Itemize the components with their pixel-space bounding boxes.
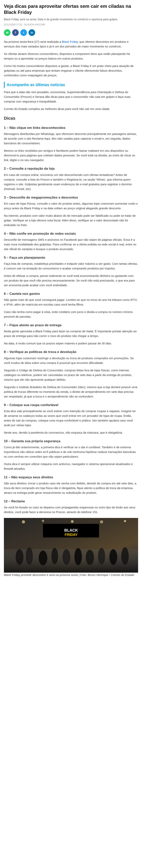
tip3-heading: 3 – Desconfie de megapromoções e descont… [4,195,138,200]
tip10-body-1: Como já dito anteriormente, a primeira d… [4,445,138,459]
tip1-heading: 1 – Não clique em links desconhecidos [4,125,138,130]
tip5-body-1: Faça lista de compras, estabeleça priori… [4,261,138,271]
svg-point-12 [121,547,129,565]
tip2-body: Em caso de compra online, encontrou um s… [4,173,138,191]
tip7-body-2: Na data, é muito comum que os prazos sej… [4,341,138,346]
intro-paragraph-3: Como há muitos consumidores dispostos a … [4,64,138,78]
tip11-heading: 11 – Não esqueça seus direitos [4,475,138,480]
svg-point-5 [39,551,47,565]
tip10-heading: 10 – Garanta sua própria segurança [4,438,138,444]
svg-text:BLACK: BLACK [64,528,78,532]
svg-point-19 [100,520,103,523]
svg-point-17 [42,520,44,522]
tip8-body-1: Algumas lojas costumam restringir a devo… [4,356,138,365]
tip6-body-1: Não gaste mais do que você conseguirá pa… [4,298,138,307]
tip3-body-1: Em caso de lojas físicas, consulte o val… [4,201,138,211]
article-title: Veja dicas para aproveitar ofertas sem c… [4,3,138,15]
article-image: BLACK FRIDAY [4,518,138,572]
intro-paragraph-4: Para que a data não vire pesadelo, econo… [4,90,138,104]
tip9-body-1: Esta dica vale principalmente se você es… [4,409,138,428]
svg-point-8 [75,548,82,565]
tip10-body-2: Outra dica é sempre utilizar máquina com… [4,462,138,471]
tip12-heading: 12 – Reclame [4,499,138,504]
linkedin-share-button[interactable]: in [29,29,35,36]
intro-paragraph-2: As ofertas atraem diversos consumidores,… [4,52,138,61]
tip8-body-3: Segundo o Instituto Brasileiro de Defesa… [4,385,138,399]
article-meta: 21/11/2020 17:02 · GLAUCIA VACCARI [4,23,138,27]
svg-point-11 [109,549,117,565]
tip9-heading: 9 – Coloque sua roupa confortável [4,402,138,408]
tip8-heading: 8 – Verifique as políticas de troca e de… [4,349,138,354]
facebook-share-button[interactable]: f [12,29,19,36]
tip2-heading: 2 – Consulte a reputação da loja [4,166,138,171]
tip6-heading: 6 – Cautela nos gastos [4,291,138,297]
article-image-container: BLACK FRIDAY Black Friday promete descon… [4,518,138,577]
svg-text:FRIDAY: FRIDAY [65,533,77,537]
tip8-body-2: Segundo o Código de Defesa do Consumidor… [4,368,138,382]
image-caption: Black Friday promete descontos e será na… [4,572,138,577]
tip6-body-2: Caso não tenha como pagar à vista, evite… [4,310,138,319]
tip7-body-1: Muita gente aproveita a Black Friday par… [4,329,138,338]
tip3-body-2: Na internet, produtos com valor muito ab… [4,213,138,227]
svg-point-20 [124,520,126,522]
tip11-body: São seus direitos: trocar o produto caso… [4,481,138,495]
tip9-body-2: Neste ano, devido à pandemia do coronaví… [4,430,138,435]
svg-point-16 [22,520,25,523]
svg-point-10 [98,548,105,565]
whatsapp-share-button[interactable]: W [4,29,10,36]
svg-rect-2 [4,549,138,572]
svg-point-6 [51,548,58,564]
black-friday-link[interactable]: Black Friday [62,40,78,43]
tip5-body-2: Antes de efetuar a compra, pense realmen… [4,274,138,287]
tip4-heading: 4 – Não confie em promoção de redes soci… [4,231,138,236]
intro-paragraph-1: Na próxima sexta-feira (27) será realiza… [4,39,138,49]
twitter-share-button[interactable]: t [20,29,27,36]
tip4-body: Desconfie de mensagens SMS e anúncios no… [4,238,138,251]
social-share-bar: W f t in [4,29,138,36]
intro-paragraph-5: Correio do Estado compilou as melhores d… [4,106,138,111]
section-noticias-heading: Acompanhe as últimas notícias [4,82,138,88]
tip5-heading: 5 – Faça um planejamento [4,255,138,260]
tip12-body: Se você foi lesado ou caso se deparou co… [4,505,138,515]
dicas-heading: Dicas [4,115,138,122]
tip7-heading: 7 – Fique atento ao prazo de entrega [4,322,138,328]
article-subtitle: Black Friday será na sexta; Data é de gr… [4,17,138,22]
svg-point-4 [26,547,33,565]
svg-point-7 [62,549,70,565]
tip1-body-2: Mesmo os links recebidos por amigos e fa… [4,148,138,162]
svg-point-9 [86,550,94,565]
svg-point-3 [16,549,23,565]
article-body: Na próxima sexta-feira (27) será realiza… [4,39,138,577]
tip1-body-1: Mensagens distribuídas por WhatsApp, que… [4,132,138,146]
svg-point-18 [71,520,74,523]
